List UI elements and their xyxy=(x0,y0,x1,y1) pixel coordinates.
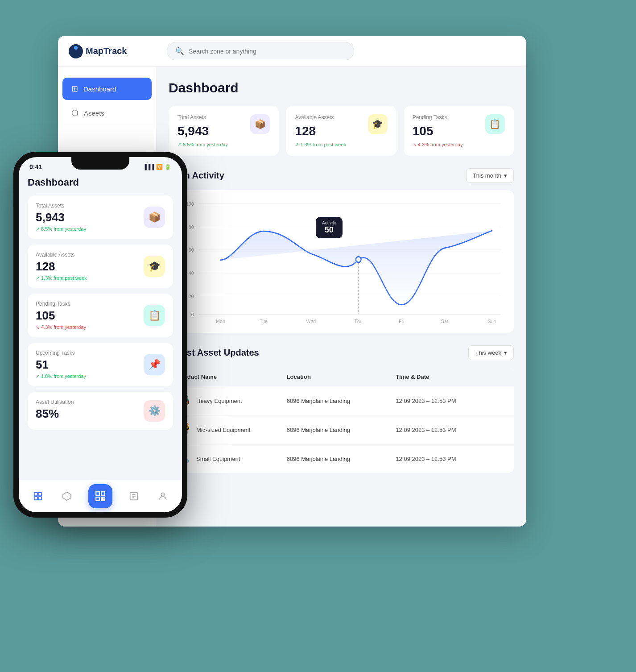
datetime-0: 12.09.2023 – 12.53 PM xyxy=(396,398,505,404)
phone-label-upcoming: Upcoming Tasks xyxy=(36,350,86,356)
chart-section-header: Scan Activity This month ▾ xyxy=(169,168,514,183)
stat-change-pending: ↘ 4.3% from yesterday xyxy=(413,142,463,148)
sidebar-label-dashboard: Dashboard xyxy=(83,85,116,93)
svg-point-37 xyxy=(161,493,165,496)
asset-table: Product Name Location Time & Date 🚜 Heav… xyxy=(169,367,514,473)
phone-stat-available-assets: Available Assets 128 ↗ 1.3% from past we… xyxy=(28,245,173,288)
main-content: Dashboard Total Assets 5,943 ↗ 8.5% from… xyxy=(156,67,526,527)
nav-home-icon[interactable] xyxy=(30,488,46,504)
phone-wrapper: 9:41 ▐▐▐ 🛜 🔋 Dashboard Total Assets 5,94… xyxy=(13,152,187,518)
svg-point-14 xyxy=(356,257,361,262)
phone-screen: 9:41 ▐▐▐ 🛜 🔋 Dashboard Total Assets 5,94… xyxy=(19,157,182,512)
table-row[interactable]: 🚜 Heavy Equipment 6096 Marjolaine Landin… xyxy=(169,386,514,415)
down-arrow-pending: ↘ xyxy=(413,142,417,147)
up-arrow-available: ↗ xyxy=(295,142,299,147)
datetime-2: 12.09.2023 – 12.53 PM xyxy=(396,456,505,462)
dashboard-icon: ⊞ xyxy=(71,84,78,94)
location-1: 6096 Marjolaine Landing xyxy=(287,427,396,433)
logo-area: MapTrack xyxy=(69,44,158,58)
phone-value-total: 5,943 xyxy=(36,211,86,224)
phone-label-available: Available Assets xyxy=(36,252,87,258)
table-header: Product Name Location Time & Date xyxy=(169,367,514,386)
phone-content: Dashboard Total Assets 5,943 ↗ 8.5% from… xyxy=(19,173,182,493)
desktop-header: MapTrack 🔍 xyxy=(58,36,526,67)
scan-activity-chart: 100 80 60 40 20 0 xyxy=(178,199,505,324)
search-input[interactable] xyxy=(189,48,346,55)
svg-rect-25 xyxy=(38,497,41,500)
product-name-0: Heavy Equipment xyxy=(196,398,242,404)
svg-text:Mon: Mon xyxy=(216,318,225,324)
stat-change-available: ↗ 1.3% from past week xyxy=(295,142,346,148)
sidebar-item-assets[interactable]: ⬡ Aseets xyxy=(62,102,152,124)
phone-change-pending: ↘ 4.3% from yesterday xyxy=(36,324,86,330)
stats-row: Total Assets 5,943 ↗ 8.5% from yesterday… xyxy=(169,106,514,156)
chart-card: 100 80 60 40 20 0 xyxy=(169,190,514,333)
svg-marker-26 xyxy=(63,492,71,500)
status-time: 9:41 xyxy=(29,163,42,170)
svg-rect-29 xyxy=(96,497,99,501)
svg-rect-32 xyxy=(101,500,105,501)
phone-stat-total-assets: Total Assets 5,943 ↗ 8.5% from yesterday… xyxy=(28,195,173,239)
svg-rect-24 xyxy=(34,497,37,500)
phone-icon-available: 🎓 xyxy=(144,256,165,277)
phone-label-utilisation: Asset Utilisation xyxy=(36,399,74,405)
svg-text:40: 40 xyxy=(189,270,194,276)
location-2: 6096 Marjolaine Landing xyxy=(287,456,396,462)
wifi-icon: 🛜 xyxy=(156,164,163,170)
product-cell-2: 🔧 Small Equipment xyxy=(178,452,287,466)
battery-icon: 🔋 xyxy=(165,164,171,170)
svg-text:Thu: Thu xyxy=(354,318,362,324)
table-row[interactable]: 🔧 Small Equipment 6096 Marjolaine Landin… xyxy=(169,444,514,473)
logo-text: MapTrack xyxy=(86,46,127,56)
svg-text:60: 60 xyxy=(189,247,194,253)
phone-stat-asset-utilisation: Asset Utilisation 85% ⚙️ xyxy=(28,392,173,430)
stat-label-pending: Pending Tasks xyxy=(413,114,463,120)
nav-assets-icon[interactable] xyxy=(59,488,75,504)
nav-tasks-icon[interactable] xyxy=(126,488,142,504)
phone-notch xyxy=(71,157,129,170)
datetime-1: 12.09.2023 – 12.53 PM xyxy=(396,427,505,433)
table-filter-button[interactable]: This week ▾ xyxy=(468,345,514,360)
phone-stat-upcoming-tasks: Upcoming Tasks 51 ↗ 1.8% from yesterday … xyxy=(28,343,173,386)
search-icon: 🔍 xyxy=(175,47,184,55)
chart-filter-label: This month xyxy=(473,172,501,179)
search-bar[interactable]: 🔍 xyxy=(167,42,354,60)
phone-value-available: 128 xyxy=(36,260,87,274)
svg-text:Sat: Sat xyxy=(441,318,449,324)
phone-change-upcoming: ↗ 1.8% from yesterday xyxy=(36,373,86,379)
location-0: 6096 Marjolaine Landing xyxy=(287,398,396,404)
chart-filter-button[interactable]: This month ▾ xyxy=(466,168,514,183)
stat-label-total: Total Assets xyxy=(178,114,228,120)
svg-rect-22 xyxy=(34,493,37,496)
stat-card-available-assets: Available Assets 128 ↗ 1.3% from past we… xyxy=(286,106,396,156)
phone-icon-total: 📦 xyxy=(144,207,165,228)
status-icons: ▐▐▐ 🛜 🔋 xyxy=(143,164,171,170)
phone-outer: 9:41 ▐▐▐ 🛜 🔋 Dashboard Total Assets 5,94… xyxy=(13,152,187,518)
svg-rect-23 xyxy=(38,493,41,496)
stat-icon-pending: 📋 xyxy=(485,114,505,134)
stat-info-total: Total Assets 5,943 ↗ 8.5% from yesterday xyxy=(178,114,228,148)
svg-rect-31 xyxy=(104,497,105,498)
stat-label-available: Available Assets xyxy=(295,114,346,120)
table-filter-label: This week xyxy=(475,349,501,356)
sidebar-item-dashboard[interactable]: ⊞ Dashboard xyxy=(62,78,152,100)
stat-card-total-assets: Total Assets 5,943 ↗ 8.5% from yesterday… xyxy=(169,106,279,156)
stat-icon-available: 🎓 xyxy=(368,114,388,134)
stat-info-pending: Pending Tasks 105 ↘ 4.3% from yesterday xyxy=(413,114,463,148)
stat-card-pending-tasks: Pending Tasks 105 ↘ 4.3% from yesterday … xyxy=(404,106,514,156)
phone-value-utilisation: 85% xyxy=(36,407,74,421)
svg-rect-27 xyxy=(96,492,99,495)
svg-text:80: 80 xyxy=(189,224,194,230)
phone-change-total: ↗ 8.5% from yesterday xyxy=(36,226,86,232)
stat-value-total: 5,943 xyxy=(178,124,228,138)
product-name-2: Small Equipment xyxy=(196,456,240,462)
table-row[interactable]: 🚧 Mid-sized Equipment 6096 Marjolaine La… xyxy=(169,415,514,444)
nav-qr-button[interactable] xyxy=(88,484,112,508)
signal-icon: ▐▐▐ xyxy=(143,164,154,170)
svg-text:Sun: Sun xyxy=(488,318,496,324)
svg-text:20: 20 xyxy=(189,293,194,299)
svg-text:Wed: Wed xyxy=(306,318,316,324)
stat-icon-total: 📦 xyxy=(250,114,270,134)
phone-change-available: ↗ 1.3% from past week xyxy=(36,275,87,281)
nav-profile-icon[interactable] xyxy=(155,488,171,504)
